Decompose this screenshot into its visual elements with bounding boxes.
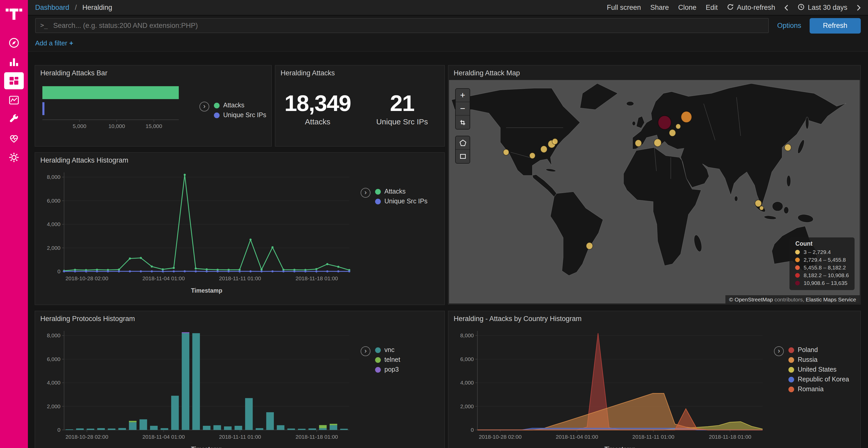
svg-text:2018-11-11 01:00: 2018-11-11 01:00	[219, 434, 261, 440]
ems-attribution-link[interactable]: Elastic Maps Service	[806, 296, 856, 303]
legend-item[interactable]: pop3	[375, 366, 400, 373]
map-legend-row: 2,729.4 – 5,455.8	[796, 256, 849, 263]
panel-title: Heralding Attacks Bar	[35, 66, 271, 78]
svg-text:Timestamp: Timestamp	[191, 287, 222, 294]
breadcrumb-dashboard-link[interactable]: Dashboard	[35, 4, 69, 11]
topbar-controls: Full screen Share Clone Edit Auto-refres…	[607, 3, 861, 12]
legend-item[interactable]: Russia	[788, 356, 849, 364]
plus-icon: +	[69, 39, 73, 47]
svg-text:8,000: 8,000	[47, 333, 60, 338]
map-legend-title: Count	[796, 241, 849, 247]
legend-item[interactable]: Republic of Korea	[788, 376, 849, 383]
svg-text:15,000: 15,000	[146, 123, 162, 129]
osm-attribution-link[interactable]: © OpenStreetMap	[729, 296, 773, 303]
legend-toggle-icon[interactable]: ›	[199, 102, 209, 111]
zoom-in-button[interactable]: +	[456, 89, 470, 102]
query-options-link[interactable]: Options	[777, 22, 801, 29]
draw-polygon-icon[interactable]	[456, 136, 470, 150]
auto-refresh-button[interactable]: Auto-refresh	[727, 3, 775, 12]
country-area-chart: 02,0004,0006,0008,0002018-10-28 02:00201…	[451, 323, 768, 448]
telekom-logo[interactable]	[6, 5, 22, 25]
chart-legend: › vnctelnetpop3	[361, 346, 400, 373]
sidebar-item-monitoring[interactable]	[0, 129, 28, 148]
map-legend-dot	[796, 280, 800, 285]
dashboard-icon	[4, 72, 24, 89]
svg-text:6,000: 6,000	[47, 356, 60, 362]
map-legend-row: 10,908.6 – 13,635	[796, 280, 849, 286]
sidebar-item-management[interactable]	[0, 148, 28, 167]
edit-button[interactable]: Edit	[706, 4, 718, 11]
time-range-picker[interactable]: Last 30 days	[798, 3, 847, 12]
metric-value: 21	[360, 91, 444, 116]
metric-cell: 21Unique Src IPs	[360, 91, 444, 126]
legend-dot	[375, 199, 381, 204]
fit-bounds-icon[interactable]	[456, 115, 470, 129]
legend-dot	[788, 357, 794, 363]
full-screen-button[interactable]: Full screen	[607, 4, 641, 11]
legend-dot	[788, 367, 794, 372]
map-legend-range: 10,908.6 – 13,635	[804, 280, 847, 286]
add-filter-link[interactable]: Add a filter+	[35, 39, 73, 47]
svg-text:2,000: 2,000	[47, 245, 60, 251]
metric-cell: 18,349Attacks	[275, 91, 360, 126]
legend-item[interactable]: Attacks	[214, 102, 266, 109]
clone-button[interactable]: Clone	[678, 4, 696, 11]
svg-text:8,000: 8,000	[47, 174, 60, 180]
svg-text:4,000: 4,000	[47, 221, 60, 227]
legend-label: United States	[798, 366, 836, 373]
svg-text:0: 0	[57, 427, 60, 433]
map-legend-range: 8,182.2 – 10,908.6	[804, 272, 849, 278]
world-map[interactable]: + −	[449, 80, 860, 304]
panel-title: Heralding Attacks Histogram	[35, 153, 444, 165]
map-legend-row: 3 – 2,729.4	[796, 249, 849, 255]
breadcrumb-current: Heralding	[83, 4, 113, 11]
time-back-chevron[interactable]	[784, 4, 789, 10]
compass-icon	[4, 34, 24, 51]
map-legend-row: 8,182.2 – 10,908.6	[796, 272, 849, 278]
sidebar-item-discover[interactable]	[0, 33, 28, 52]
legend-label: Attacks	[223, 102, 244, 109]
sidebar-item-visualize[interactable]	[0, 52, 28, 71]
legend-item[interactable]: Romania	[788, 385, 849, 393]
panel-attacks-by-country-histogram: Heralding - Attacks by Country Histogram…	[448, 311, 861, 448]
panel-title: Heralding - Attacks by Country Histogram	[448, 311, 860, 323]
legend-dot	[788, 377, 794, 382]
legend-label: Unique Src IPs	[384, 198, 428, 205]
time-forward-chevron[interactable]	[857, 4, 861, 10]
legend-item[interactable]: Poland	[788, 346, 849, 353]
zoom-out-button[interactable]: −	[456, 102, 470, 115]
legend-item[interactable]: Unique Src IPs	[214, 111, 266, 119]
clock-icon	[798, 3, 805, 12]
legend-label: Russia	[798, 356, 817, 364]
legend-item[interactable]: vnc	[375, 346, 400, 353]
legend-toggle-icon[interactable]: ›	[774, 346, 784, 356]
panel-title: Heralding Attacks	[275, 66, 444, 78]
sidebar-item-dashboard[interactable]	[0, 71, 28, 90]
map-legend-dot	[796, 249, 800, 254]
legend-item[interactable]: Attacks	[375, 188, 428, 195]
share-button[interactable]: Share	[650, 4, 669, 11]
map-legend-row: 5,455.8 – 8,182.2	[796, 264, 849, 271]
kibana-dashboard-app: Dashboard / Heralding Full screen Share …	[0, 0, 868, 448]
chart-legend: › AttacksUnique Src IPs	[361, 188, 428, 205]
sidebar-item-timelion[interactable]	[0, 90, 28, 109]
legend-toggle-icon[interactable]: ›	[361, 346, 370, 356]
search-input[interactable]	[35, 18, 769, 33]
svg-text:2018-11-18 01:00: 2018-11-18 01:00	[296, 275, 338, 281]
svg-text:2018-11-04 01:00: 2018-11-04 01:00	[142, 275, 185, 281]
svg-text:2018-11-11 01:00: 2018-11-11 01:00	[632, 434, 675, 440]
panel-title: Heralding Attack Map	[448, 66, 860, 78]
breadcrumb: Dashboard / Heralding	[35, 4, 112, 11]
legend-item[interactable]: Unique Src IPs	[375, 198, 428, 205]
panel-heralding-attacks-histogram: Heralding Attacks Histogram 02,0004,0006…	[35, 152, 445, 305]
legend-item[interactable]: United States	[788, 366, 849, 373]
map-legend-dot	[796, 265, 800, 270]
legend-item[interactable]: telnet	[375, 356, 400, 364]
panel-heralding-attacks-bar: Heralding Attacks Bar 5,00010,00015,000 …	[35, 65, 272, 146]
legend-toggle-icon[interactable]: ›	[361, 188, 370, 198]
draw-rectangle-icon[interactable]	[456, 150, 470, 163]
refresh-button[interactable]: Refresh	[809, 18, 861, 33]
legend-label: vnc	[384, 346, 395, 353]
map-legend-dot	[796, 257, 800, 262]
sidebar-item-dev-tools[interactable]	[0, 109, 28, 129]
